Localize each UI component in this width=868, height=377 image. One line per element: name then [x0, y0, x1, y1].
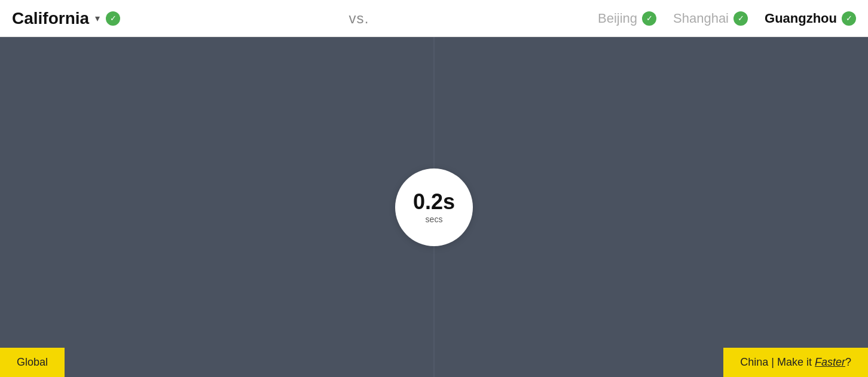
page-title: California [12, 9, 89, 28]
timer-unit: secs [426, 214, 443, 224]
header: California ▾ ✓ vs. Beijing ✓ Shanghai ✓ … [0, 0, 868, 37]
california-check-icon: ✓ [106, 11, 120, 26]
location-guangzhou[interactable]: Guangzhou ✓ [765, 11, 856, 26]
location-beijing[interactable]: Beijing ✓ [598, 11, 656, 26]
panel-left [0, 37, 434, 377]
shanghai-check-icon: ✓ [733, 11, 748, 26]
beijing-check-icon: ✓ [642, 11, 656, 26]
timer-circle: 0.2s secs [395, 168, 473, 246]
beijing-label: Beijing [598, 11, 637, 26]
panel-right [434, 37, 868, 377]
guangzhou-check-icon: ✓ [842, 11, 856, 26]
dropdown-arrow-icon[interactable]: ▾ [95, 13, 100, 24]
badge-china-link[interactable]: Faster [815, 356, 845, 368]
badge-china-prefix: China | Make it [740, 356, 815, 368]
shanghai-label: Shanghai [673, 11, 729, 26]
badge-global[interactable]: Global [0, 348, 65, 377]
timer-value: 0.2s [413, 190, 455, 214]
badge-china[interactable]: China | Make it Faster? [723, 348, 868, 377]
header-right: Beijing ✓ Shanghai ✓ Guangzhou ✓ [598, 11, 856, 26]
main-area: 0.2s secs Global China | Make it Faster? [0, 37, 868, 377]
guangzhou-label: Guangzhou [765, 11, 837, 26]
header-left: California ▾ ✓ [12, 9, 120, 28]
badge-china-suffix: ? [845, 356, 851, 368]
vs-label: vs. [349, 10, 369, 27]
badge-global-label: Global [17, 356, 48, 368]
location-shanghai[interactable]: Shanghai ✓ [673, 11, 748, 26]
